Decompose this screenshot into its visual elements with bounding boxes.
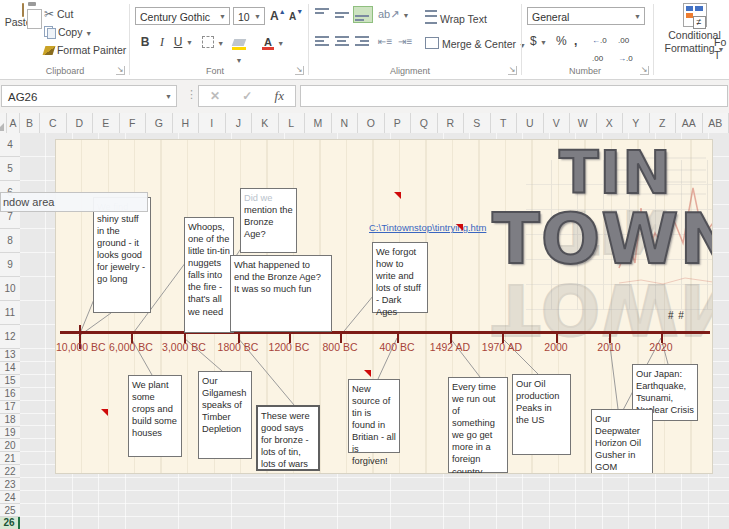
- row-header-24[interactable]: 24: [0, 491, 20, 504]
- callout-textbox[interactable]: These were good says for bronze - lots o…: [256, 405, 320, 471]
- merge-center-button[interactable]: Merge & Center ▼: [425, 37, 526, 50]
- column-header-M[interactable]: M: [305, 113, 332, 133]
- column-header-O[interactable]: O: [358, 113, 385, 133]
- number-format-combo[interactable]: General▼: [527, 7, 645, 25]
- row-header-12[interactable]: 12: [0, 325, 20, 349]
- underline-dropdown[interactable]: ▼: [186, 39, 193, 46]
- callout-textbox[interactable]: Our Deepwater Horizon Oil Gusher in GOM: [591, 409, 653, 474]
- row-header-15[interactable]: 15: [0, 375, 20, 388]
- align-left-button[interactable]: [314, 34, 332, 49]
- font-dialog-launcher[interactable]: ↘: [295, 66, 304, 75]
- row-header-22[interactable]: 22: [0, 465, 20, 478]
- callout-textbox[interactable]: We find shiny stuff in the ground - it l…: [93, 197, 151, 313]
- column-header-Y[interactable]: Y: [623, 113, 650, 133]
- row-header-10[interactable]: 10: [0, 277, 20, 301]
- callout-textbox[interactable]: We forgot how to write and lots of stuff…: [372, 242, 428, 313]
- align-center-button[interactable]: [334, 34, 352, 49]
- fill-color-button[interactable]: ▼: [232, 33, 246, 51]
- timeline-chart[interactable]: TIN TOWNS TIN TOWNS C:\Tintownstop\tintr…: [55, 139, 713, 474]
- column-header-F[interactable]: F: [120, 113, 147, 133]
- column-header-W[interactable]: W: [570, 113, 597, 133]
- accounting-format-button[interactable]: $ ▼: [530, 32, 547, 50]
- wrap-text-button[interactable]: Wrap Text: [425, 10, 487, 25]
- row-header-14[interactable]: 14: [0, 362, 20, 375]
- formula-input[interactable]: [300, 85, 728, 107]
- column-header-S[interactable]: S: [464, 113, 491, 133]
- row-header-21[interactable]: 21: [0, 452, 20, 465]
- insert-function-button[interactable]: fx: [275, 88, 284, 104]
- font-color-button[interactable]: A ▼: [262, 33, 284, 51]
- row-header-17[interactable]: 17: [0, 401, 20, 414]
- row-header-18[interactable]: 18: [0, 414, 20, 427]
- callout-textbox[interactable]: Every time we run out of something we go…: [448, 377, 508, 473]
- alignment-dialog-launcher[interactable]: ↘: [508, 66, 517, 75]
- increase-font-button[interactable]: A▲: [270, 8, 286, 23]
- callout-textbox[interactable]: Our Gilgamesh speaks of Timber Depletion: [198, 371, 252, 459]
- row-header-4[interactable]: 4: [0, 133, 20, 157]
- callout-textbox[interactable]: We plant some crops and build some house…: [128, 375, 182, 457]
- formula-bar-splitter[interactable]: ⋮: [186, 88, 197, 101]
- column-header-H[interactable]: H: [173, 113, 200, 133]
- cancel-button[interactable]: ✕: [210, 89, 220, 103]
- font-size-combo[interactable]: 10▼: [233, 7, 265, 25]
- copy-button[interactable]: Copy ▼: [44, 24, 92, 41]
- borders-button[interactable]: ▼: [202, 33, 224, 51]
- column-header-I[interactable]: I: [199, 113, 226, 133]
- column-header-D[interactable]: D: [67, 113, 94, 133]
- row-header-20[interactable]: 20: [0, 439, 20, 452]
- callout-textbox[interactable]: Our Oil production Peaks in the US: [512, 374, 571, 455]
- column-header-L[interactable]: L: [279, 113, 306, 133]
- wordart-title-line2[interactable]: TOWNS: [492, 204, 713, 274]
- row-header-5[interactable]: 5: [0, 157, 20, 181]
- column-header-X[interactable]: X: [597, 113, 624, 133]
- underline-button[interactable]: U: [171, 33, 185, 51]
- align-right-button[interactable]: [354, 34, 372, 49]
- row-header-16[interactable]: 16: [0, 388, 20, 401]
- row-header-26[interactable]: 26: [0, 517, 20, 529]
- clipboard-dialog-launcher[interactable]: ↘: [116, 66, 125, 75]
- callout-textbox[interactable]: Whoops, one of the little tin-tin nugget…: [184, 217, 234, 333]
- column-header-P[interactable]: P: [385, 113, 412, 133]
- column-header-U[interactable]: U: [517, 113, 544, 133]
- column-header-T[interactable]: T: [491, 113, 518, 133]
- column-header-AB[interactable]: AB: [703, 113, 729, 133]
- row-header-25[interactable]: 25: [0, 504, 20, 517]
- column-header-R[interactable]: R: [438, 113, 465, 133]
- comma-style-button[interactable]: ,: [574, 32, 577, 50]
- column-header-N[interactable]: N: [332, 113, 359, 133]
- column-header-Z[interactable]: Z: [650, 113, 677, 133]
- row-header-23[interactable]: 23: [0, 478, 20, 491]
- row-header-9[interactable]: 9: [0, 253, 20, 277]
- decrease-indent-button[interactable]: ⇤≡: [378, 36, 392, 47]
- callout-textbox[interactable]: What happened to end the Bronze Age? It …: [230, 255, 332, 332]
- decrease-font-button[interactable]: A▼: [289, 8, 303, 22]
- bold-button[interactable]: B: [138, 33, 152, 51]
- column-header-B[interactable]: B: [20, 113, 40, 133]
- increase-decimal-button[interactable]: ←.0.00: [592, 32, 607, 50]
- callout-textbox[interactable]: Did we mention the Bronze Age?: [240, 188, 297, 253]
- format-as-table-button-clipped[interactable]: Fo T: [714, 3, 729, 62]
- select-all-corner[interactable]: [0, 113, 7, 133]
- name-box[interactable]: AG26▼: [1, 85, 177, 107]
- column-header-AA[interactable]: AA: [676, 113, 703, 133]
- row-header-8[interactable]: 8: [0, 229, 20, 253]
- percent-style-button[interactable]: %: [556, 32, 567, 50]
- middle-align-button[interactable]: [334, 7, 352, 22]
- cut-button[interactable]: ✂ Cut: [44, 6, 73, 23]
- column-header-K[interactable]: K: [252, 113, 279, 133]
- increase-indent-button[interactable]: ⇥≡: [398, 36, 412, 47]
- hyperlink[interactable]: C:\Tintownstop\tintrying.htm: [369, 222, 486, 233]
- bottom-align-button[interactable]: [354, 7, 372, 22]
- italic-button[interactable]: I: [155, 33, 169, 51]
- row-header-19[interactable]: 19: [0, 427, 20, 440]
- column-header-Q[interactable]: Q: [411, 113, 438, 133]
- number-dialog-launcher[interactable]: ↘: [640, 66, 649, 75]
- orientation-button[interactable]: ab↗ ▼: [378, 8, 409, 21]
- wordart-title-line1[interactable]: TIN: [559, 144, 672, 202]
- paste-button[interactable]: Paste ▼: [4, 4, 42, 62]
- column-header-G[interactable]: G: [146, 113, 173, 133]
- column-header-C[interactable]: C: [40, 113, 67, 133]
- top-align-button[interactable]: [314, 7, 332, 22]
- column-header-V[interactable]: V: [544, 113, 571, 133]
- decrease-decimal-button[interactable]: .00→.0: [618, 32, 633, 50]
